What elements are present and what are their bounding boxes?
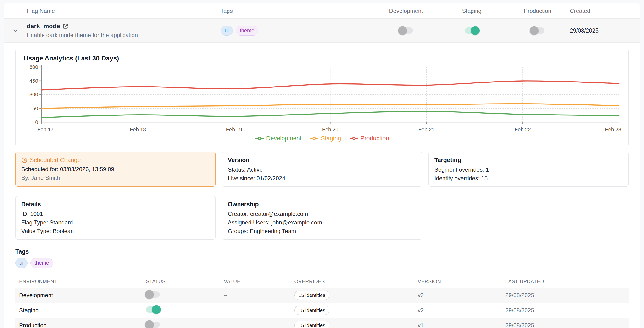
- scheduled-change-title: Scheduled Change: [30, 157, 81, 164]
- version-cell: v2: [418, 307, 506, 314]
- last-updated-cell: 29/08/2025: [506, 292, 629, 299]
- tags-section: Tags uitheme: [15, 248, 629, 268]
- created-date: 29/08/2025: [570, 27, 640, 34]
- tag-chip-theme[interactable]: theme: [30, 258, 53, 268]
- development-status-toggle[interactable]: [146, 292, 160, 298]
- tag-chip-ui[interactable]: ui: [220, 25, 233, 36]
- svg-text:450: 450: [30, 78, 38, 84]
- column-header-development: Development: [374, 8, 438, 14]
- chart-title: Usage Analytics (Last 30 Days): [24, 55, 621, 62]
- scheduled-change-card: Scheduled Change Scheduled for: 03/03/20…: [15, 152, 216, 187]
- table-row: Development–15 identitiesv229/08/2025: [15, 288, 629, 303]
- staging-status-toggle[interactable]: [146, 307, 160, 313]
- staging-toggle[interactable]: [465, 27, 479, 34]
- tag-chip-theme[interactable]: theme: [236, 25, 258, 36]
- legend-item-staging[interactable]: Staging: [310, 135, 341, 142]
- column-value: VALUE: [224, 279, 294, 284]
- flag-type: Flag Type: Standard: [21, 219, 210, 226]
- chart-legend: DevelopmentStagingProduction: [23, 134, 621, 144]
- list-header: Flag Name Tags Development Staging Produ…: [4, 3, 640, 19]
- toggle-knob: [471, 26, 480, 35]
- details-title: Details: [21, 201, 210, 208]
- column-last-updated: LAST UPDATED: [506, 279, 629, 284]
- svg-text:300: 300: [30, 92, 38, 97]
- development-toggle[interactable]: [399, 27, 413, 34]
- targeting-title: Targeting: [434, 157, 623, 164]
- svg-text:Feb 18: Feb 18: [130, 126, 146, 132]
- external-link-icon[interactable]: [62, 23, 69, 29]
- table-row: Staging–15 identitiesv229/08/2025: [15, 303, 629, 318]
- tag-chip-ui[interactable]: ui: [15, 258, 28, 268]
- flag-details-panel: Usage Analytics (Last 30 Days) 015030045…: [4, 42, 640, 328]
- column-header-staging: Staging: [438, 8, 505, 14]
- overrides-badge[interactable]: 15 identities: [294, 321, 330, 328]
- version-card: Version Status: Active Live since: 01/02…: [222, 152, 422, 187]
- column-status: STATUS: [146, 279, 224, 284]
- groups: Groups: Engineering Team: [228, 228, 416, 235]
- flag-name[interactable]: dark_mode: [27, 22, 60, 30]
- toggle-knob: [398, 26, 407, 35]
- chevron-down-icon: [12, 27, 19, 34]
- svg-text:Feb 22: Feb 22: [514, 126, 531, 132]
- overrides-badge[interactable]: 15 identities: [294, 291, 330, 300]
- legend-marker-icon: [255, 136, 264, 140]
- column-header-tags: Tags: [220, 8, 374, 14]
- last-updated-cell: 29/08/2025: [506, 322, 629, 328]
- creator: Creator: creator@example.com: [228, 211, 416, 217]
- tags-section-title: Tags: [15, 248, 629, 255]
- scheduled-for-text: Scheduled for: 03/03/2026, 13:59:09: [21, 166, 210, 173]
- collapse-row-button[interactable]: [4, 27, 27, 34]
- production-status-toggle[interactable]: [146, 322, 160, 328]
- legend-item-production[interactable]: Production: [349, 135, 389, 142]
- value-cell: –: [224, 322, 294, 328]
- ownership-title: Ownership: [228, 201, 416, 208]
- column-environment: ENVIRONMENT: [15, 279, 146, 284]
- version-cell: v1: [418, 322, 506, 328]
- toggle-knob: [145, 320, 154, 328]
- svg-text:600: 600: [30, 64, 38, 70]
- column-overrides: OVERRIDES: [294, 279, 418, 284]
- environment-name: Production: [15, 322, 146, 328]
- empty-grid-cell: [428, 196, 629, 240]
- tags-section-chips: uitheme: [15, 258, 629, 268]
- last-updated-cell: 29/08/2025: [506, 307, 629, 314]
- svg-text:Feb 20: Feb 20: [322, 126, 338, 132]
- flag-row-tags: uitheme: [220, 25, 374, 36]
- legend-item-development[interactable]: Development: [255, 135, 302, 142]
- usage-analytics-chart: 0150300450600Feb 17Feb 18Feb 19Feb 20Feb…: [23, 64, 621, 134]
- usage-analytics-card: Usage Analytics (Last 30 Days) 015030045…: [15, 49, 629, 147]
- page-background: Flag Name Tags Development Staging Produ…: [0, 0, 644, 328]
- value-cell: –: [224, 307, 294, 314]
- value-cell: –: [224, 292, 294, 299]
- version-live-since: Live since: 01/02/2024: [228, 175, 416, 182]
- svg-text:0: 0: [35, 119, 38, 125]
- targeting-card: Targeting Segment overrides: 1 Identity …: [428, 152, 629, 187]
- flag-id: ID: 1001: [21, 211, 210, 217]
- flag-description: Enable dark mode theme for the applicati…: [27, 32, 220, 38]
- svg-text:Feb 23: Feb 23: [605, 126, 621, 132]
- clock-icon: [21, 157, 28, 163]
- environment-name: Development: [15, 292, 146, 299]
- details-card: Details ID: 1001 Flag Type: Standard Val…: [15, 196, 216, 240]
- version-title: Version: [228, 157, 416, 164]
- legend-marker-icon: [310, 136, 319, 140]
- version-status: Status: Active: [228, 166, 416, 173]
- version-cell: v2: [418, 292, 506, 299]
- identity-overrides: Identity overrides: 15: [434, 175, 623, 182]
- column-version: VERSION: [418, 279, 506, 284]
- overrides-badge[interactable]: 15 identities: [294, 306, 330, 315]
- svg-text:150: 150: [30, 105, 38, 111]
- environment-table-header: ENVIRONMENT STATUS VALUE OVERRIDES VERSI…: [15, 277, 629, 288]
- value-type: Value Type: Boolean: [21, 228, 210, 235]
- toggle-knob: [152, 305, 161, 314]
- svg-text:Feb 17: Feb 17: [37, 126, 54, 132]
- toggle-knob: [530, 26, 538, 35]
- production-toggle[interactable]: [530, 27, 544, 34]
- toggle-knob: [145, 290, 154, 299]
- assigned-users: Assigned Users: john@example.com: [228, 219, 416, 226]
- legend-marker-icon: [349, 136, 358, 140]
- environment-table-body: Development–15 identitiesv229/08/2025Sta…: [15, 288, 629, 328]
- environment-table: ENVIRONMENT STATUS VALUE OVERRIDES VERSI…: [15, 277, 629, 328]
- svg-text:Feb 19: Feb 19: [226, 126, 242, 132]
- flag-list-panel: Flag Name Tags Development Staging Produ…: [4, 3, 640, 328]
